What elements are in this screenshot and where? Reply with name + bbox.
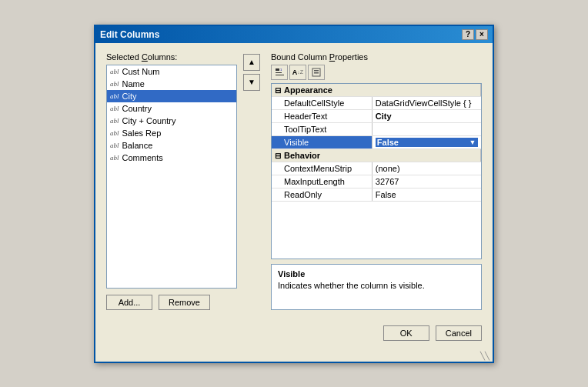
svg-rect-1 <box>276 72 282 73</box>
list-item-label: Sales Rep <box>122 128 162 138</box>
svg-rect-0 <box>276 68 279 71</box>
prop-name: MaxInputLength <box>272 175 372 188</box>
bottom-buttons: Add... Remove <box>106 295 237 310</box>
prop-value[interactable]: False ▼ <box>372 135 480 148</box>
prop-row[interactable]: ReadOnly False <box>272 188 481 201</box>
list-item-label: Name <box>122 79 145 88</box>
expand-icon: ⊟ <box>275 152 281 160</box>
prop-row[interactable]: ContextMenuStrip (none) <box>272 162 481 175</box>
list-item[interactable]: ablSales Rep <box>107 127 236 139</box>
prop-name: ToolTipText <box>272 122 372 135</box>
abl-icon: abl <box>110 92 119 100</box>
properties-toolbar: 1 A↓Z <box>271 65 482 80</box>
left-section: Selected Columns: ablCust NumablNameablC… <box>106 52 260 310</box>
bound-columns-label: Bound Column Properties <box>271 52 482 62</box>
abl-icon: abl <box>110 117 119 125</box>
prop-value: (none) <box>372 162 480 175</box>
prop-value <box>372 122 480 135</box>
right-panel: Bound Column Properties 1 A↓Z <box>271 52 482 310</box>
prop-value: DataGridViewCellStyle { } <box>372 96 480 109</box>
prop-value: City <box>372 109 480 122</box>
properties-table: ⊟Appearance DefaultCellStyle DataGridVie… <box>272 84 481 202</box>
arrow-buttons: ▲ ▼ <box>243 52 260 310</box>
columns-list[interactable]: ablCust NumablNameablCityablCountryablCi… <box>106 65 237 289</box>
remove-button[interactable]: Remove <box>159 295 210 310</box>
list-item-label: City <box>122 92 137 101</box>
add-button[interactable]: Add... <box>106 295 152 310</box>
resize-handle[interactable]: ╲╲ <box>95 350 493 362</box>
svg-text:1: 1 <box>280 68 282 72</box>
list-item-label: Balance <box>122 141 153 150</box>
group-label: Appearance <box>284 85 332 95</box>
prop-value: False <box>372 188 480 201</box>
abl-icon: abl <box>110 80 119 88</box>
list-item-label: Comments <box>122 153 163 162</box>
prop-row[interactable]: ToolTipText <box>272 122 481 135</box>
svg-rect-5 <box>314 70 319 72</box>
abl-icon: abl <box>110 129 119 137</box>
title-bar: Edit Columns ? × <box>95 26 493 43</box>
close-button[interactable]: × <box>476 29 488 40</box>
edit-columns-dialog: Edit Columns ? × Selected Columns: ablCu… <box>94 25 494 363</box>
sort-icon[interactable]: 1 <box>271 65 288 80</box>
prop-name: DefaultCellStyle <box>272 96 372 109</box>
desc-text: Indicates whether the column is visible. <box>278 281 475 290</box>
prop-value: 32767 <box>372 175 480 188</box>
description-box: Visible Indicates whether the column is … <box>271 264 482 310</box>
properties-table-container: ⊟Appearance DefaultCellStyle DataGridVie… <box>271 83 482 259</box>
desc-title: Visible <box>278 269 475 279</box>
svg-rect-6 <box>314 72 319 74</box>
prop-row[interactable]: MaxInputLength 32767 <box>272 175 481 188</box>
prop-group-row[interactable]: ⊟Appearance <box>272 84 481 97</box>
list-item[interactable]: ablCountry <box>107 102 236 115</box>
list-item[interactable]: ablComments <box>107 152 236 164</box>
group-label: Behavior <box>284 151 320 160</box>
list-item-label: City + Country <box>122 116 176 125</box>
ok-button[interactable]: OK <box>383 325 429 341</box>
list-item[interactable]: ablCity <box>107 90 236 102</box>
prop-name: HeaderText <box>272 109 372 122</box>
selected-columns-label: Selected Columns: <box>106 52 237 62</box>
list-item[interactable]: ablCust Num <box>107 65 236 78</box>
dialog-body: Selected Columns: ablCust NumablNameablC… <box>95 43 493 319</box>
list-item-label: Cust Num <box>122 67 160 76</box>
abl-icon: abl <box>110 68 119 75</box>
prop-row[interactable]: DefaultCellStyle DataGridViewCellStyle {… <box>272 96 481 109</box>
sort-az-icon[interactable]: A↓Z <box>289 65 306 80</box>
list-item[interactable]: ablCity + Country <box>107 115 236 127</box>
move-up-button[interactable]: ▲ <box>243 54 260 71</box>
prop-name: ContextMenuStrip <box>272 162 372 175</box>
prop-name: Visible <box>272 135 372 148</box>
expand-icon: ⊟ <box>275 86 281 95</box>
list-item[interactable]: ablBalance <box>107 139 236 152</box>
help-button[interactable]: ? <box>462 29 474 40</box>
prop-name: ReadOnly <box>272 188 372 201</box>
prop-row[interactable]: HeaderText City <box>272 109 481 122</box>
props-icon[interactable] <box>308 65 325 80</box>
svg-rect-2 <box>276 75 284 75</box>
move-down-button[interactable]: ▼ <box>243 74 260 91</box>
dialog-footer: OK Cancel <box>95 319 493 350</box>
left-panel: Selected Columns: ablCust NumablNameablC… <box>106 52 237 310</box>
list-item[interactable]: ablName <box>107 78 236 90</box>
abl-icon: abl <box>110 142 119 149</box>
abl-icon: abl <box>110 154 119 162</box>
prop-group-row[interactable]: ⊟Behavior <box>272 148 481 162</box>
title-bar-buttons: ? × <box>462 29 488 40</box>
list-item-label: Country <box>122 104 152 113</box>
dialog-title: Edit Columns <box>100 29 159 40</box>
cancel-button[interactable]: Cancel <box>436 325 482 341</box>
dropdown-arrow-icon[interactable]: ▼ <box>469 138 476 146</box>
prop-row[interactable]: Visible False ▼ <box>272 135 481 148</box>
abl-icon: abl <box>110 105 119 112</box>
